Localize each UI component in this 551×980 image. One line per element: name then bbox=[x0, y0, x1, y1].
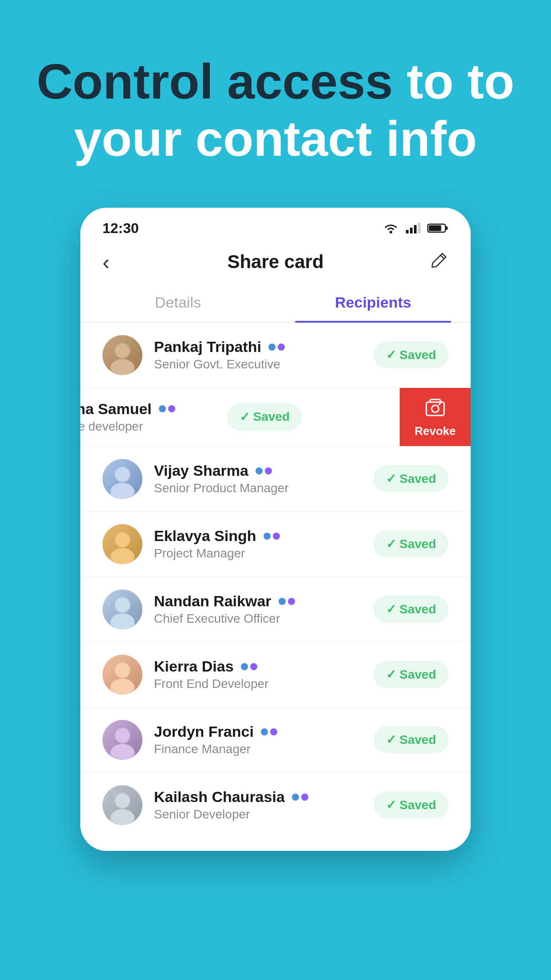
svg-rect-7 bbox=[429, 225, 441, 231]
list-item[interactable]: Kailash Chaurasia Senior Developer ✓ Sav… bbox=[80, 773, 471, 838]
svg-point-17 bbox=[111, 483, 134, 499]
list-item[interactable]: Panama Samuel Software developer ✓ Saved bbox=[80, 388, 400, 446]
contact-title: Project Manager bbox=[154, 546, 374, 561]
contact-name: Kailash Chaurasia bbox=[154, 788, 374, 806]
svg-rect-6 bbox=[445, 226, 448, 230]
contact-title: Front End Developer bbox=[154, 677, 374, 691]
saved-badge: ✓ Saved bbox=[227, 403, 303, 431]
revoke-button[interactable]: Revoke bbox=[400, 388, 471, 446]
signal-icon bbox=[405, 222, 421, 234]
contact-name: Kierra Dias bbox=[154, 658, 374, 675]
svg-point-24 bbox=[115, 598, 130, 612]
page-title: Share card bbox=[227, 251, 323, 273]
contact-name: Panama Samuel bbox=[80, 400, 227, 418]
app-header: ‹ Share card bbox=[80, 241, 471, 283]
saved-badge: ✓ Saved bbox=[374, 791, 449, 818]
svg-point-0 bbox=[390, 231, 392, 233]
contact-dots bbox=[261, 728, 277, 735]
svg-point-16 bbox=[115, 467, 130, 482]
list-item[interactable]: Pankaj Tripathi Senior Govt. Executive ✓… bbox=[80, 323, 471, 388]
svg-rect-3 bbox=[414, 225, 417, 233]
svg-point-20 bbox=[115, 533, 130, 547]
avatar bbox=[102, 335, 142, 375]
contact-name: Pankaj Tripathi bbox=[154, 338, 374, 356]
svg-point-32 bbox=[115, 728, 130, 743]
contact-dots bbox=[241, 663, 257, 670]
contact-info: Panama Samuel Software developer bbox=[80, 400, 227, 434]
tab-details[interactable]: Details bbox=[80, 286, 276, 322]
avatar bbox=[102, 785, 142, 825]
contact-title: Finance Manager bbox=[154, 742, 374, 756]
svg-point-33 bbox=[111, 744, 134, 760]
list-item[interactable]: Kierra Dias Front End Developer ✓ Saved bbox=[80, 642, 471, 707]
svg-rect-2 bbox=[410, 228, 413, 233]
list-item[interactable]: Vijay Sharma Senior Product Manager ✓ Sa… bbox=[80, 447, 471, 512]
contact-info: Vijay Sharma Senior Product Manager bbox=[154, 462, 374, 495]
svg-rect-1 bbox=[406, 230, 409, 233]
tab-recipients[interactable]: Recipients bbox=[276, 286, 471, 322]
avatar bbox=[102, 589, 142, 629]
svg-point-36 bbox=[115, 794, 130, 808]
list-item[interactable]: Nandan Raikwar Chief Executive Officer ✓… bbox=[80, 577, 471, 642]
back-button[interactable]: ‹ bbox=[102, 250, 129, 274]
edit-button[interactable] bbox=[422, 251, 449, 273]
contact-dots bbox=[268, 344, 285, 351]
svg-rect-4 bbox=[418, 223, 421, 233]
revoke-icon bbox=[423, 396, 448, 421]
phone-mockup: 12:30 ‹ Sh bbox=[80, 208, 471, 851]
svg-point-28 bbox=[115, 663, 130, 677]
contact-name: Nandan Raikwar bbox=[154, 593, 374, 610]
contact-dots bbox=[264, 533, 280, 540]
hero-line2: your contact info bbox=[74, 111, 477, 166]
saved-badge: ✓ Saved bbox=[374, 661, 449, 688]
contact-dots bbox=[279, 598, 295, 605]
contact-info: Jordyn Franci Finance Manager bbox=[154, 723, 374, 756]
contact-title: Senior Govt. Executive bbox=[154, 357, 374, 371]
status-icons bbox=[383, 222, 449, 234]
saved-badge: ✓ Saved bbox=[374, 596, 449, 623]
hero-line1-light: to bbox=[407, 54, 454, 109]
list-item[interactable]: Eklavya Singh Project Manager ✓ Saved bbox=[80, 512, 471, 577]
contact-info: Kailash Chaurasia Senior Developer bbox=[154, 788, 374, 822]
contact-title: Senior Product Manager bbox=[154, 481, 374, 495]
contact-info: Nandan Raikwar Chief Executive Officer bbox=[154, 593, 374, 626]
avatar bbox=[102, 720, 142, 760]
contact-title: Software developer bbox=[80, 419, 227, 434]
saved-badge: ✓ Saved bbox=[374, 726, 449, 753]
revoke-label: Revoke bbox=[415, 424, 456, 438]
saved-badge: ✓ Saved bbox=[374, 465, 449, 492]
svg-point-10 bbox=[115, 344, 130, 358]
status-time: 12:30 bbox=[102, 220, 139, 237]
svg-point-37 bbox=[111, 809, 134, 825]
hero-line1-dark: Control access bbox=[37, 54, 393, 109]
hero-line1-to: to bbox=[454, 54, 515, 109]
contact-info: Kierra Dias Front End Developer bbox=[154, 658, 374, 691]
saved-badge: ✓ Saved bbox=[374, 530, 449, 557]
avatar bbox=[102, 459, 142, 499]
svg-rect-12 bbox=[426, 402, 444, 415]
contact-info: Pankaj Tripathi Senior Govt. Executive bbox=[154, 338, 374, 371]
contact-dots bbox=[292, 794, 308, 801]
contact-name: Eklavya Singh bbox=[154, 527, 374, 545]
contact-dots bbox=[256, 467, 272, 474]
svg-point-11 bbox=[111, 359, 134, 375]
avatar bbox=[102, 655, 142, 695]
contact-info: Eklavya Singh Project Manager bbox=[154, 527, 374, 561]
contact-list: Pankaj Tripathi Senior Govt. Executive ✓… bbox=[80, 323, 471, 838]
wifi-icon bbox=[383, 222, 399, 234]
battery-icon bbox=[427, 222, 449, 234]
contact-name: Jordyn Franci bbox=[154, 723, 374, 740]
status-bar: 12:30 bbox=[80, 208, 471, 241]
svg-point-21 bbox=[111, 548, 134, 564]
contact-name: Vijay Sharma bbox=[154, 462, 374, 479]
contact-title: Chief Executive Officer bbox=[154, 612, 374, 626]
contact-dots bbox=[159, 405, 175, 412]
svg-point-25 bbox=[111, 613, 134, 629]
saved-badge: ✓ Saved bbox=[374, 341, 449, 368]
avatar bbox=[102, 524, 142, 564]
list-item[interactable]: Jordyn Franci Finance Manager ✓ Saved bbox=[80, 707, 471, 773]
swipeable-row[interactable]: Panama Samuel Software developer ✓ Saved bbox=[80, 388, 471, 447]
svg-point-13 bbox=[432, 405, 439, 412]
hero-section: Control access to to your contact info bbox=[1, 53, 550, 168]
contact-title: Senior Developer bbox=[154, 807, 374, 822]
